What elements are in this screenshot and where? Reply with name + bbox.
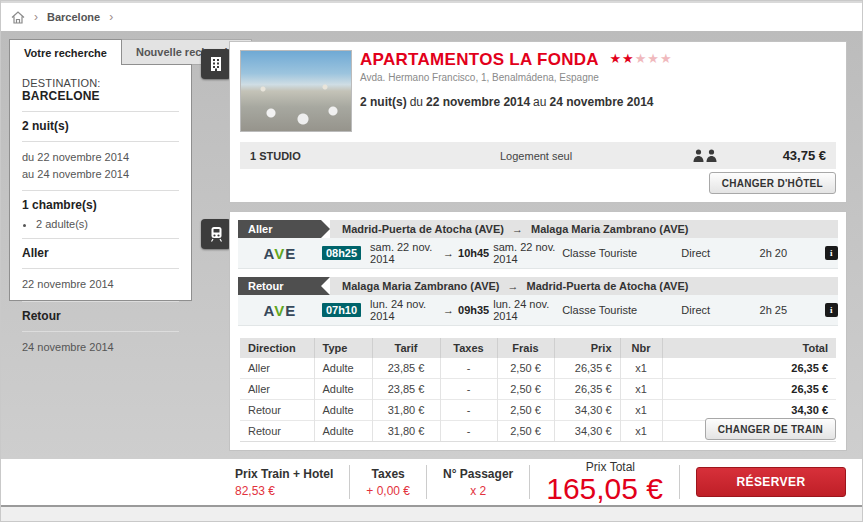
bottom-strip [1,509,863,522]
home-icon[interactable] [11,11,25,24]
hotel-panel: APARTAMENTOS LA FONDA ★★★★★ Avda. Herman… [229,41,847,203]
train-panel: Aller Madrid-Puerta de Atocha (AVE) → Ma… [229,211,847,451]
return-route-to: Madrid-Puerta de Atocha (AVE) [527,280,689,292]
passengers-value: x 2 [443,484,513,498]
outbound-duration: 2h 20 [760,247,819,259]
return-leg-header: Retour Malaga Maria Zambrano (AVE) → Mad… [238,277,838,295]
fare-table-header-row: Direction Type Tarif Taxes Frais Prix Nb… [240,338,836,358]
train-hotel-price-label: Prix Train + Hotel [235,467,333,481]
stay-du: du [410,95,423,109]
room-offer-row: 1 STUDIO Logement seul 43,75 € [240,142,836,169]
return-departure-date: lun. 24 nov. 2014 [370,298,439,322]
room-board: Logement seul [500,150,650,162]
train-section-icon [201,219,231,249]
ave-carrier-logo: AVE [238,302,322,319]
fare-tarif: 23,85 € [372,358,440,379]
outbound-route-to: Malaga Maria Zambrano (AVE) [531,223,689,235]
reserve-button[interactable]: RÉSERVER [696,467,846,497]
ave-carrier-logo: AVE [238,245,322,262]
fare-taxes: - [440,358,497,379]
star-icon: ★ [609,51,622,66]
outbound-times: 08h25 sam. 22 nov. 2014 → 10h45 sam. 22 … [322,241,562,265]
col-tarif: Tarif [372,338,440,358]
occupants-item: 2 adulte(s) [36,218,179,230]
room-type: 1 STUDIO [250,150,500,162]
col-prix: Prix [554,338,620,358]
fare-type: Adulte [314,358,372,379]
outbound-departure-time: 08h25 [322,246,361,260]
return-journey-row: AVE 07h10 lun. 24 nov. 2014 → 09h35 lun.… [238,295,838,326]
fare-tarif: 31,80 € [372,400,440,421]
arrow-right-icon: → [443,304,454,316]
fare-frais: 2,50 € [497,379,554,400]
arrow-right-icon: → [508,280,519,292]
fare-prix: 26,35 € [554,358,620,379]
hotel-stay-dates: 2 nuit(s)du22 novembre 2014au24 novembre… [360,95,840,109]
divider [349,465,350,499]
price-summary-bar: Prix Train + Hotel 82,53 € Taxes + 0,00 … [1,459,863,507]
chevron-icon: › [34,10,38,24]
outbound-arrival-date: sam. 22 nov. 2014 [493,241,562,265]
star-icon: ★ [622,51,635,66]
col-direction: Direction [240,338,314,358]
return-departure-time: 07h10 [322,303,361,317]
train-icon [209,226,224,242]
tab-votre-recherche[interactable]: Votre recherche [9,39,122,65]
stay-au: au [533,95,546,109]
fare-taxes: - [440,421,497,442]
destination-value: BARCELONE [22,89,100,103]
col-frais: Frais [497,338,554,358]
divider [529,465,530,499]
fare-direction: Retour [240,421,314,442]
fare-prix: 34,30 € [554,400,620,421]
return-arrival-time: 09h35 [458,304,489,316]
return-route: Malaga Maria Zambrano (AVE) → Madrid-Pue… [330,277,838,295]
fare-tarif: 23,85 € [372,379,440,400]
stay-nights: 2 nuit(s) [360,95,407,109]
return-direction-label: Retour [238,277,330,295]
train-hotel-price-value: 82,53 € [235,484,333,498]
fare-row: AllerAdulte23,85 €-2,50 €26,35 €x126,35 … [240,379,836,400]
taxes-value: + 0,00 € [366,484,410,498]
room-price: 43,75 € [760,148,826,163]
passengers-label: N° Passager [443,467,513,481]
building-icon [208,56,224,72]
change-hotel-button[interactable]: CHANGER D'HÔTEL [709,172,836,194]
return-times: 07h10 lun. 24 nov. 2014 → 09h35 lun. 24 … [322,298,562,322]
outbound-route: Madrid-Puerta de Atocha (AVE) → Malaga M… [330,220,838,238]
fare-direction: Aller [240,379,314,400]
fare-direction: Aller [240,358,314,379]
hotel-photo [240,50,352,132]
change-train-button[interactable]: CHANGER DE TRAIN [705,418,836,440]
fare-frais: 2,50 € [497,358,554,379]
return-stops: Direct [681,304,759,316]
divider [426,465,427,499]
fare-direction: Retour [240,400,314,421]
outbound-stops: Direct [681,247,759,259]
fare-nbr: x1 [620,400,662,421]
fare-prix: 34,30 € [554,421,620,442]
outbound-direction-label: Aller [238,220,330,238]
return-info-icon[interactable]: i [825,303,838,317]
star-icon: ★ [660,51,673,66]
return-duration: 2h 25 [760,304,819,316]
fare-tarif: 31,80 € [372,421,440,442]
total-price-value: 165,05 € [546,474,663,504]
return-arrival-date: lun. 24 nov. 2014 [493,298,562,322]
nights-heading: 2 nuit(s) [22,119,179,133]
col-taxes: Taxes [440,338,497,358]
fare-prix: 26,35 € [554,379,620,400]
breadcrumb-item-barcelone[interactable]: Barcelone [47,11,100,23]
taxes-label: Taxes [366,467,410,481]
fare-nbr: x1 [620,358,662,379]
divider [679,465,680,499]
col-nbr: Nbr [620,338,662,358]
star-icon: ★ [635,51,648,66]
fare-row: AllerAdulte23,85 €-2,50 €26,35 €x126,35 … [240,358,836,379]
hotel-star-rating: ★★★★★ [609,51,672,66]
outbound-journey-row: AVE 08h25 sam. 22 nov. 2014 → 10h45 sam.… [238,238,838,269]
outbound-date: 22 novembre 2014 [22,276,179,293]
outbound-info-icon[interactable]: i [825,246,838,260]
rooms-heading: 1 chambre(s) [22,198,179,212]
occupancy-persons-icon [650,149,760,162]
